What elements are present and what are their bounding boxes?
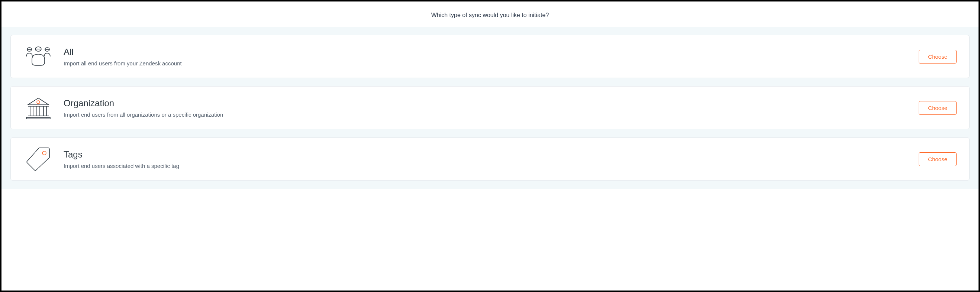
option-title: All bbox=[64, 47, 919, 57]
option-title: Organization bbox=[64, 98, 919, 108]
sync-options-area: All Import all end users from your Zende… bbox=[2, 27, 978, 189]
option-text-organization: Organization Import end users from all o… bbox=[64, 98, 919, 118]
option-description: Import all end users from your Zendesk a… bbox=[64, 60, 919, 67]
page-title: Which type of sync would you like to ini… bbox=[2, 12, 978, 19]
option-text-all: All Import all end users from your Zende… bbox=[64, 47, 919, 67]
sync-option-tags: Tags Import end users associated with a … bbox=[10, 138, 970, 181]
page-header: Which type of sync would you like to ini… bbox=[2, 2, 978, 27]
option-description: Import end users associated with a speci… bbox=[64, 163, 919, 169]
option-title: Tags bbox=[64, 149, 919, 160]
tag-icon bbox=[24, 146, 53, 172]
sync-option-organization: Organization Import end users from all o… bbox=[10, 86, 970, 129]
svg-point-6 bbox=[37, 101, 40, 104]
option-text-tags: Tags Import end users associated with a … bbox=[64, 149, 919, 169]
choose-button-all[interactable]: Choose bbox=[919, 50, 956, 63]
choose-button-tags[interactable]: Choose bbox=[919, 152, 956, 166]
option-description: Import end users from all organizations … bbox=[64, 111, 919, 118]
users-group-icon bbox=[24, 43, 53, 70]
svg-rect-15 bbox=[26, 117, 50, 119]
building-icon bbox=[24, 95, 53, 121]
sync-option-all: All Import all end users from your Zende… bbox=[10, 35, 970, 78]
svg-point-16 bbox=[42, 151, 46, 155]
choose-button-organization[interactable]: Choose bbox=[919, 101, 956, 115]
